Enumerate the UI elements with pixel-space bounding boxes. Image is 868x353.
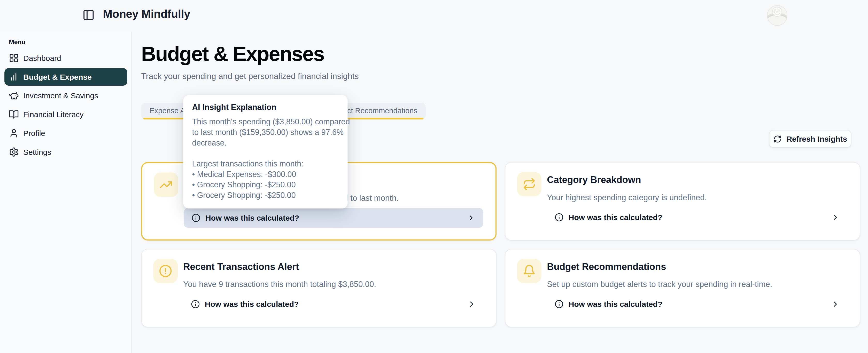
info-icon (191, 299, 200, 308)
ai-insight-tooltip: AI Insight Explanation This month's spen… (183, 95, 347, 209)
sidebar-item-label: Settings (23, 148, 51, 156)
icon-chip (517, 172, 541, 196)
app-root: Money Mindfully (0, 0, 868, 353)
tooltip-line: • Grocery Shopping: -$250.00 (192, 180, 339, 190)
tooltip-line: decrease. (192, 138, 339, 148)
card-description: You have 9 transactions this month total… (183, 279, 484, 290)
page-title: Budget & Expenses (141, 43, 324, 66)
alert-circle-icon (159, 264, 172, 277)
insight-card-category-breakdown[interactable]: Category Breakdown Your highest spending… (505, 162, 860, 241)
sidebar: Menu Dashboard Budget & Expense Investme… (0, 32, 132, 353)
dashboard-grid-icon (9, 53, 19, 63)
sidebar-item-label: Budget & Expense (23, 72, 92, 81)
refresh-insights-label: Refresh Insights (786, 135, 847, 143)
sidebar-item-dashboard[interactable]: Dashboard (4, 49, 127, 67)
chevron-right-icon (831, 213, 840, 222)
app-title: Money Mindfully (103, 7, 190, 21)
sidebar-item-profile[interactable]: Profile (4, 125, 127, 142)
sidebar-menu-label: Menu (9, 39, 25, 45)
insight-card-recent-transactions[interactable]: Recent Transactions Alert You have 9 tra… (141, 249, 497, 327)
avatar-image (767, 5, 788, 26)
card-description: Your highest spending category is undefi… (547, 192, 847, 203)
card-title: Category Breakdown (547, 173, 641, 187)
icon-chip (517, 259, 541, 283)
icon-chip (154, 173, 178, 197)
info-icon (555, 299, 563, 308)
repeat-icon (523, 178, 536, 191)
tooltip-line-spacer (192, 148, 339, 159)
how-calculated-label: How was this calculated? (568, 213, 662, 222)
tooltip-line: to last month ($159,350.00) shows a 97.6… (192, 127, 339, 138)
bell-icon (523, 264, 536, 277)
book-open-icon (9, 109, 19, 119)
chevron-right-icon (831, 299, 840, 308)
how-calculated-button[interactable]: How was this calculated? (547, 208, 847, 227)
how-calculated-button[interactable]: How was this calculated? (184, 208, 483, 228)
tooltip-line: • Medical Expenses: -$300.00 (192, 169, 339, 180)
how-calculated-label: How was this calculated? (205, 299, 299, 308)
card-title: Budget Recommendations (547, 260, 666, 274)
info-icon (191, 213, 200, 222)
sidebar-item-financial-literacy[interactable]: Financial Literacy (4, 106, 127, 123)
insight-card-budget-recommendations[interactable]: Budget Recommendations Set up custom bud… (505, 249, 860, 327)
tooltip-line: This month's spending ($3,850.00) compar… (192, 117, 339, 127)
piggy-bank-icon (9, 91, 19, 101)
card-description: Set up custom budget alerts to track you… (547, 279, 847, 290)
panel-left-icon (83, 9, 95, 21)
how-calculated-button[interactable]: How was this calculated? (547, 294, 847, 314)
gear-icon (9, 147, 19, 157)
sidebar-item-label: Dashboard (23, 54, 61, 63)
how-calculated-button[interactable]: How was this calculated? (183, 294, 484, 314)
tooltip-line: • Grocery Shopping: -$250.00 (192, 190, 339, 201)
chevron-right-icon (467, 213, 475, 222)
user-icon (9, 128, 19, 138)
sidebar-item-budget-expense[interactable]: Budget & Expense (4, 68, 127, 86)
how-calculated-label: How was this calculated? (568, 299, 662, 308)
refresh-icon (773, 135, 781, 143)
sidebar-item-investment-savings[interactable]: Investment & Savings (4, 87, 127, 105)
sidebar-toggle-button[interactable] (82, 8, 95, 22)
icon-chip (153, 259, 178, 283)
top-header: Money Mindfully (0, 0, 868, 32)
avatar[interactable] (767, 5, 788, 26)
sidebar-item-label: Profile (23, 129, 45, 138)
sidebar-nav: Dashboard Budget & Expense Investment & … (0, 49, 132, 161)
tooltip-title: AI Insight Explanation (192, 103, 339, 112)
page-subtitle: Track your spending and get personalized… (141, 71, 359, 80)
how-calculated-label: How was this calculated? (206, 213, 299, 222)
refresh-insights-button[interactable]: Refresh Insights (769, 130, 851, 148)
tooltip-line: Largest transactions this month: (192, 159, 339, 169)
info-icon (555, 213, 563, 222)
trending-up-icon (159, 178, 173, 191)
sidebar-item-settings[interactable]: Settings (4, 143, 127, 161)
chevron-right-icon (467, 299, 476, 308)
sidebar-item-label: Financial Literacy (23, 110, 84, 119)
card-title: Recent Transactions Alert (183, 260, 299, 274)
bar-chart-icon (9, 72, 19, 82)
sidebar-item-label: Investment & Savings (23, 91, 98, 100)
